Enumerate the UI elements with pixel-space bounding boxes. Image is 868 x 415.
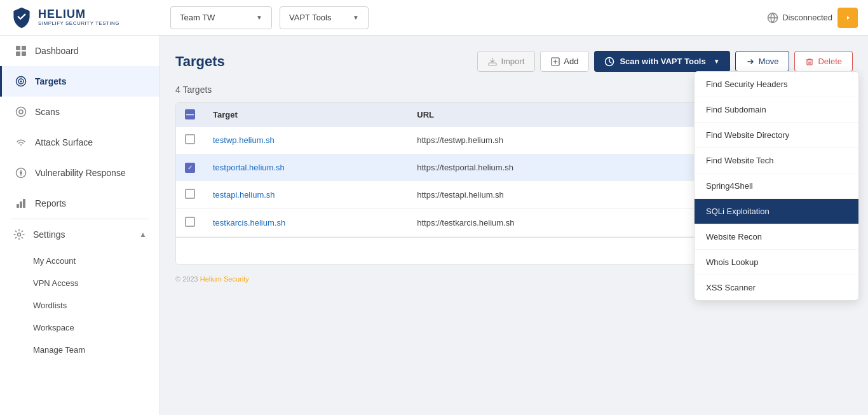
chevron-down-icon: ▼ <box>256 14 262 21</box>
vapt-tools-selector[interactable]: VAPT Tools ▼ <box>280 6 369 29</box>
logo-title: HELIUM <box>38 8 119 21</box>
page-header: Targets Import Add Scan with VAPT Tools … <box>175 51 853 72</box>
delete-button[interactable]: Delete <box>794 51 853 72</box>
sidebar-item-dashboard[interactable]: Dashboard <box>0 36 159 66</box>
trash-icon <box>805 57 814 66</box>
vapt-dropdown-menu: Find Security Headers Find Subdomain Fin… <box>694 71 859 301</box>
brand-link[interactable]: Helium Security <box>200 275 249 283</box>
target-icon <box>15 75 27 88</box>
svg-point-7 <box>20 81 22 83</box>
grid-icon <box>15 44 27 57</box>
col-checkbox: — <box>176 103 204 126</box>
svg-rect-19 <box>807 60 812 65</box>
main-content: Targets Import Add Scan with VAPT Tools … <box>160 36 868 415</box>
svg-rect-3 <box>16 51 20 56</box>
target-link[interactable]: testapi.helium.sh <box>213 190 275 200</box>
svg-point-15 <box>18 233 21 236</box>
sidebar-sub-vpn-access[interactable]: VPN Access <box>0 272 159 294</box>
sidebar-item-settings[interactable]: Settings ▲ <box>0 219 159 250</box>
page-title: Targets <box>175 53 225 70</box>
settings-icon <box>13 228 25 241</box>
vapt-menu-item-website-recon[interactable]: Website Recon <box>695 224 858 250</box>
move-button[interactable]: Move <box>735 51 790 72</box>
logo-shield-icon <box>10 6 33 29</box>
row-checkbox[interactable] <box>185 189 195 199</box>
target-link[interactable]: testkarcis.helium.sh <box>213 218 285 228</box>
action-buttons: Import Add Scan with VAPT Tools ▼ Move <box>477 51 853 72</box>
vapt-menu-item-sqli-exploitation[interactable]: SQLi Exploitation <box>695 199 858 224</box>
sidebar-item-attack-surface[interactable]: Attack Surface <box>0 127 159 158</box>
add-icon <box>551 57 560 66</box>
svg-rect-14 <box>23 199 25 208</box>
wifi-icon <box>15 136 27 149</box>
sidebar-item-label: Dashboard <box>35 46 79 56</box>
logo-subtitle: SIMPLIFY SECURITY TESTING <box>38 21 119 27</box>
vapt-menu-item-find-subdomain[interactable]: Find Subdomain <box>695 97 858 123</box>
target-url: https://testwp.helium.sh <box>408 126 668 154</box>
sidebar-item-label: Targets <box>35 76 67 86</box>
chevron-down-icon: ▼ <box>714 58 720 65</box>
import-icon <box>488 57 497 66</box>
logo-text: HELIUM SIMPLIFY SECURITY TESTING <box>38 8 119 27</box>
svg-rect-4 <box>22 51 26 56</box>
target-url: https://testapi.helium.sh <box>408 180 668 208</box>
svg-rect-16 <box>489 63 496 65</box>
team-selector[interactable]: Team TW ▼ <box>170 6 272 29</box>
target-url: https://testportal.helium.sh <box>408 154 668 181</box>
sidebar-item-label: Attack Surface <box>35 137 93 147</box>
sidebar-item-label: Reports <box>35 198 66 208</box>
svg-point-9 <box>19 110 23 114</box>
vapt-menu-item-find-security-headers[interactable]: Find Security Headers <box>695 72 858 97</box>
scans-icon <box>15 105 27 118</box>
sidebar-sub-workspace[interactable]: Workspace <box>0 316 159 339</box>
vulnerability-icon <box>15 167 27 179</box>
sidebar-sub-my-account[interactable]: My Account <box>0 250 159 272</box>
scan-with-vapt-button[interactable]: Scan with VAPT Tools ▼ <box>594 51 729 72</box>
chevron-up-icon: ▲ <box>139 230 147 239</box>
vapt-menu-item-xss-scanner[interactable]: XSS Scanner <box>695 275 858 300</box>
vapt-menu-item-spring4shell[interactable]: Spring4Shell <box>695 173 858 199</box>
sidebar-sub-wordlists[interactable]: Wordlists <box>0 294 159 316</box>
sidebar-item-label: Vulnerability Response <box>35 168 126 178</box>
svg-rect-1 <box>16 46 20 50</box>
svg-rect-12 <box>17 204 19 208</box>
bar-chart-icon <box>15 197 27 210</box>
add-button[interactable]: Add <box>540 51 589 72</box>
vapt-menu-item-find-website-directory[interactable]: Find Website Directory <box>695 123 858 148</box>
row-checkbox[interactable] <box>185 217 195 227</box>
vapt-menu-item-find-website-tech[interactable]: Find Website Tech <box>695 148 858 173</box>
vapt-menu-item-whois-lookup[interactable]: Whois Lookup <box>695 250 858 275</box>
globe-icon <box>767 12 778 24</box>
topbar: HELIUM SIMPLIFY SECURITY TESTING Team TW… <box>0 0 868 36</box>
target-link[interactable]: testwp.helium.sh <box>213 135 275 145</box>
select-all-checkbox[interactable]: — <box>185 109 195 119</box>
logo: HELIUM SIMPLIFY SECURITY TESTING <box>10 6 163 29</box>
status-toggle-button[interactable] <box>837 8 858 28</box>
topbar-right: Disconnected <box>767 8 858 28</box>
sidebar-item-label: Scans <box>35 107 60 117</box>
row-checkbox[interactable]: ✓ <box>185 163 195 173</box>
sidebar-item-targets[interactable]: Targets <box>0 66 159 97</box>
col-url: URL <box>408 103 668 126</box>
target-link[interactable]: testportal.helium.sh <box>213 163 285 172</box>
sidebar-item-reports[interactable]: Reports <box>0 188 159 219</box>
status-text: Disconnected <box>782 13 832 22</box>
move-icon <box>746 57 755 66</box>
main-layout: Dashboard Targets Scans Attack Surface V <box>0 36 868 415</box>
svg-rect-13 <box>20 201 22 208</box>
import-button[interactable]: Import <box>477 51 535 72</box>
connection-status: Disconnected <box>767 12 832 24</box>
sidebar: Dashboard Targets Scans Attack Surface V <box>0 36 160 415</box>
svg-point-8 <box>17 107 26 117</box>
refresh-icon <box>604 57 614 67</box>
row-checkbox[interactable] <box>185 134 195 144</box>
settings-label: Settings <box>33 229 65 240</box>
target-url: https://testkarcis.helium.sh <box>408 208 668 236</box>
sidebar-item-vulnerability-response[interactable]: Vulnerability Response <box>0 158 159 188</box>
sidebar-item-scans[interactable]: Scans <box>0 97 159 127</box>
col-target: Target <box>204 103 408 126</box>
chevron-down-icon: ▼ <box>353 14 359 21</box>
sidebar-sub-manage-team[interactable]: Manage Team <box>0 339 159 361</box>
svg-rect-2 <box>22 46 26 50</box>
